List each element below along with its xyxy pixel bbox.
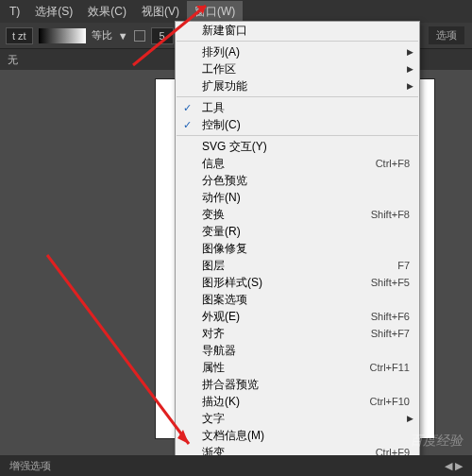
tool-mode[interactable]: t zt (6, 27, 33, 44)
check-icon: ✓ (183, 119, 192, 131)
menu-transform[interactable]: 变换Shift+F8 (176, 206, 419, 223)
menu-graphic-styles[interactable]: 图形样式(S)Shift+F5 (176, 274, 419, 291)
dropdown-arrow-icon[interactable]: ▼ (118, 30, 128, 42)
menu-control[interactable]: ✓控制(C) (176, 116, 419, 133)
menu-extensions[interactable]: 扩展功能▶ (176, 77, 419, 94)
menu-pattern-options[interactable]: 图案选项 (176, 291, 419, 308)
menu-variables[interactable]: 变量(R) (176, 223, 419, 240)
menu-image-trace[interactable]: 图像修复 (176, 240, 419, 257)
menu-separator (177, 41, 418, 42)
submenu-arrow-icon: ▶ (407, 47, 413, 57)
menu-effect[interactable]: 效果(C) (80, 1, 134, 23)
menu-align[interactable]: 对齐Shift+F7 (176, 325, 419, 342)
menu-workspace[interactable]: 工作区▶ (176, 60, 419, 77)
menu-info[interactable]: 信息Ctrl+F8 (176, 155, 419, 172)
menu-appearance[interactable]: 外观(E)Shift+F6 (176, 308, 419, 325)
watermark: 百度经验 (410, 433, 463, 450)
options-hint[interactable]: 选项 (429, 26, 464, 44)
menu-object[interactable]: T) (2, 2, 27, 21)
status-nav[interactable]: ◀ ▶ (445, 460, 463, 472)
menu-layers[interactable]: 图层F7 (176, 257, 419, 274)
menu-view[interactable]: 视图(V) (134, 1, 187, 23)
submenu-arrow-icon: ▶ (407, 414, 413, 423)
menu-select[interactable]: 选择(S) (27, 1, 80, 23)
menu-attributes[interactable]: 属性Ctrl+F11 (176, 359, 419, 376)
menu-navigator[interactable]: 导航器 (176, 342, 419, 359)
menu-svg[interactable]: SVG 交互(Y) (176, 138, 419, 155)
menu-arrange[interactable]: 排列(A)▶ (176, 43, 419, 60)
menu-doc-info[interactable]: 文档信息(M) (176, 427, 419, 444)
menu-bar: T) 选择(S) 效果(C) 视图(V) 窗口(W) (0, 0, 472, 23)
checkbox[interactable] (134, 30, 145, 42)
scale-label: 等比 (92, 28, 112, 42)
menu-separator (177, 135, 418, 136)
menu-stroke[interactable]: 描边(K)Ctrl+F10 (176, 393, 419, 410)
menu-type[interactable]: 文字▶ (176, 410, 419, 427)
submenu-arrow-icon: ▶ (407, 64, 413, 74)
menu-actions[interactable]: 动作(N) (176, 189, 419, 206)
status-label: 增强选项 (9, 459, 51, 473)
menu-separator (177, 96, 418, 97)
profile-swatch[interactable] (39, 28, 86, 43)
menu-flattener[interactable]: 拼合器预览 (176, 376, 419, 393)
points-count[interactable]: 5 (151, 27, 174, 44)
menu-window[interactable]: 窗口(W) (187, 1, 243, 23)
tab-label[interactable]: 无 (8, 53, 18, 67)
check-icon: ✓ (183, 102, 192, 114)
menu-tools[interactable]: ✓工具 (176, 99, 419, 116)
submenu-arrow-icon: ▶ (407, 81, 413, 91)
status-bar: 增强选项 ◀ ▶ (0, 455, 472, 476)
menu-separation-preview[interactable]: 分色预览 (176, 172, 419, 189)
menu-new-window[interactable]: 新建窗口 (176, 22, 419, 39)
window-menu-dropdown: 新建窗口 排列(A)▶ 工作区▶ 扩展功能▶ ✓工具 ✓控制(C) SVG 交互… (175, 21, 420, 474)
